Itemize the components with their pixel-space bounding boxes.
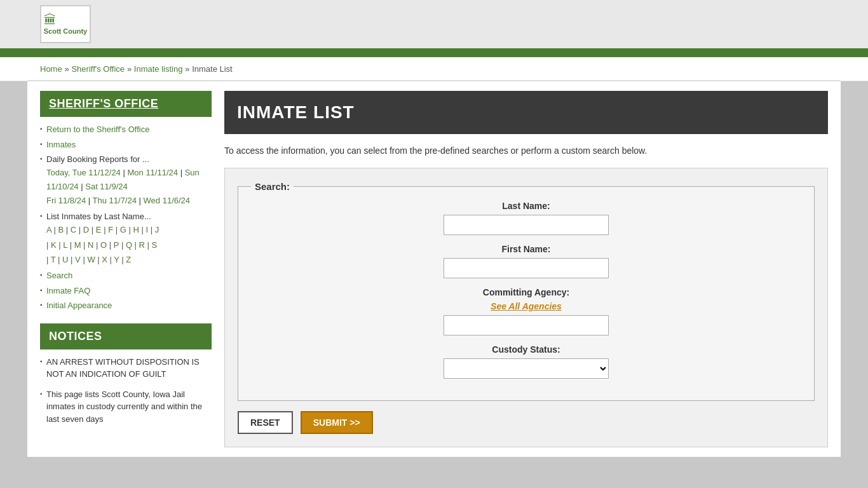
breadcrumb-home[interactable]: Home [40,64,62,74]
sidebar-item-inmates[interactable]: Inmates [40,137,212,152]
logo-text: Scott County [44,27,87,36]
sidebar-item-search[interactable]: Search [40,268,212,283]
thu-link[interactable]: Thu 11/7/24 [93,196,137,205]
search-legend: Search: [251,181,294,192]
alpha-l[interactable]: L [63,240,67,250]
alpha-w[interactable]: W [87,255,95,264]
sidebar-item-faq[interactable]: Inmate FAQ [40,283,212,299]
reset-button[interactable]: RESET [238,411,293,434]
mon-link[interactable]: Mon 11/11/24 [127,168,178,177]
last-name-input[interactable] [444,215,609,235]
main-content: INMATE LIST To access the information, y… [224,91,828,447]
last-name-row: Last Name: [251,201,801,235]
last-name-label: Last Name: [251,201,801,211]
notice-item-2: This page lists Scott County, Iowa Jail … [40,387,212,427]
alpha-v[interactable]: V [75,255,81,264]
alpha-e[interactable]: E [96,225,102,234]
alpha-d[interactable]: D [83,225,89,234]
wed-link[interactable]: Wed 11/6/24 [144,196,190,205]
breadcrumb-sheriff[interactable]: Sheriff's Office [71,64,125,74]
alpha-i[interactable]: I [146,225,148,234]
sidebar-list: Return to the Sheriff's Office Inmates D… [40,122,212,313]
logo[interactable]: 🏛 Scott County [40,5,91,43]
page-title-bar: INMATE LIST [224,91,828,134]
custody-status-select[interactable] [444,358,609,379]
sidebar-item-return[interactable]: Return to the Sheriff's Office [40,122,212,137]
sidebar-item-daily-booking: Daily Booking Reports for ... Today, Tue… [40,152,212,209]
alpha-links: A | B | C | D | E | F | G | H | I | J | … [46,222,212,267]
alpha-b[interactable]: B [58,225,64,234]
first-name-row: First Name: [251,244,801,278]
fri-link[interactable]: Fri 11/8/24 [46,196,86,205]
alpha-c[interactable]: C [71,225,76,234]
sidebar-item-list-by-name: List Inmates by Last Name... A | B | C |… [40,209,212,269]
today-link[interactable]: Today, Tue 11/12/24 [46,168,121,177]
first-name-input[interactable] [444,258,609,278]
alpha-h[interactable]: H [133,225,139,234]
agency-input[interactable] [444,315,609,336]
sidebar: SHERIFF'S OFFICE Return to the Sheriff's… [40,91,212,447]
alpha-o[interactable]: O [100,240,107,250]
search-container: Search: Last Name: First Name: Committin… [224,168,828,447]
committing-agency-label: Committing Agency: [251,287,801,297]
logo-icon: 🏛 [44,13,87,27]
alpha-k[interactable]: K [51,240,57,250]
alpha-r[interactable]: R [139,240,145,250]
custody-status-row: Custody Status: [251,344,801,379]
alpha-a[interactable]: A [46,225,51,234]
alpha-f[interactable]: F [108,225,113,234]
submit-button[interactable]: SUBMIT >> [301,411,373,434]
sidebar-section-sheriff: SHERIFF'S OFFICE [40,91,212,117]
intro-text: To access the information, you can selec… [224,144,828,158]
page-title: INMATE LIST [237,102,815,123]
alpha-s[interactable]: S [152,240,158,250]
search-fieldset: Search: Last Name: First Name: Committin… [238,181,815,401]
alpha-n[interactable]: N [88,240,93,250]
sheriff-section-link[interactable]: SHERIFF'S OFFICE [49,97,158,110]
alpha-g[interactable]: G [120,225,126,234]
alpha-x[interactable]: X [102,255,107,264]
first-name-label: First Name: [251,244,801,254]
breadcrumb: Home » Sheriff's Office » Inmate listing… [27,57,841,81]
notices-section: NOTICES AN ARREST WITHOUT DISPOSITION IS… [40,323,212,427]
notice-item-1: AN ARREST WITHOUT DISPOSITION IS NOT AN … [40,355,212,382]
sat-link[interactable]: Sat 11/9/24 [85,182,128,191]
green-divider [0,52,868,57]
agency-row: Committing Agency: See All Agencies [251,287,801,336]
breadcrumb-current: Inmate List [192,64,233,74]
alpha-j[interactable]: J [155,225,159,234]
button-row: RESET SUBMIT >> [238,411,815,434]
alpha-t[interactable]: T [51,255,56,264]
alpha-q[interactable]: Q [126,240,132,250]
alpha-y[interactable]: Y [114,255,119,264]
breadcrumb-inmate-listing[interactable]: Inmate listing [134,64,183,74]
notices-list: AN ARREST WITHOUT DISPOSITION IS NOT AN … [40,355,212,427]
date-links: Today, Tue 11/12/24 | Mon 11/11/24 | Sun… [46,166,212,208]
alpha-z[interactable]: Z [126,255,131,264]
alpha-u[interactable]: U [62,255,68,264]
sidebar-item-initial-appearance[interactable]: Initial Appearance [40,298,212,313]
custody-status-label: Custody Status: [251,344,801,355]
alpha-p[interactable]: P [114,240,119,250]
see-all-agencies-link[interactable]: See All Agencies [251,301,801,311]
alpha-m[interactable]: M [74,240,81,250]
sidebar-section-notices: NOTICES [40,323,212,349]
